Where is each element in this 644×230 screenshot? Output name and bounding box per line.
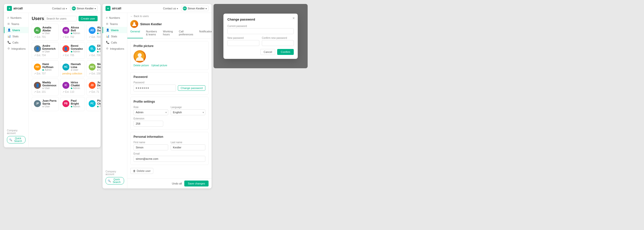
user-card-juan[interactable]: JP Juan Parra Sarria User (32, 97, 59, 111)
user-card-idriss[interactable]: IC Idriss Chakki Admin ↗ Ext. 110 (60, 79, 85, 95)
user-card-paul[interactable]: PB Paul Bright Admin (60, 97, 85, 111)
user-card-header: AD Alphie Dupont Admin (89, 26, 100, 35)
modal-cancel-btn[interactable]: Cancel (260, 49, 275, 55)
user-card-andre[interactable]: 👤 Andre Emmerich User ↗ Ext. 704 (32, 42, 59, 59)
tab-notifications[interactable]: Notifications (196, 28, 212, 38)
modal-actions: Cancel Confirm (228, 49, 294, 55)
name-row: First name Last name (134, 141, 205, 150)
user-badge-1[interactable]: SK Simon Kestler (70, 6, 98, 11)
user-badge-2[interactable]: SK Simon Kestler (181, 6, 208, 11)
extension-input[interactable] (134, 121, 163, 127)
contact-us-btn-2[interactable]: Contact us (163, 7, 178, 10)
avatar: 👤 (62, 45, 69, 52)
profile-pic-actions: Delete picture Upload picture (134, 64, 167, 67)
logo-area-1: a aircall (7, 6, 23, 11)
user-card-pierre[interactable]: PC Pierre Charles Admin (86, 97, 100, 111)
last-name-input[interactable] (171, 144, 205, 150)
user-card-maddy[interactable]: 👤 Maddy Gestenoux User ↗ Ext. 101 (32, 79, 59, 95)
sidebar-item-calls-1[interactable]: 📞 Calls (4, 39, 28, 45)
user-info: Idriss Chakki Admin (71, 81, 83, 89)
tab-numbers-teams[interactable]: Numbers & teams (143, 28, 160, 38)
search-input-users[interactable] (44, 16, 76, 21)
sidebar-1: # Numbers ⊞ Teams 👤 Users 📊 Stats 📞 Call… (4, 13, 29, 147)
top-nav-1: a aircall Contact us SK Simon Kestler (4, 4, 100, 13)
save-changes-btn[interactable]: Save changes (184, 181, 208, 187)
user-info: Alphie Dupont Admin (97, 26, 100, 35)
sidebar-item-calls-2[interactable]: 📞 Calls (102, 39, 127, 45)
profile-avatar-img (134, 50, 146, 63)
password-row: Change password (134, 85, 205, 91)
sidebar-item-stats-1[interactable]: 📊 Stats (4, 33, 28, 39)
sidebar-item-teams-1[interactable]: ⊞ Teams (4, 21, 28, 27)
profile-tabs: General Numbers & teams Working hours Ca… (127, 28, 212, 38)
numbers-icon-2: # (106, 16, 108, 19)
first-name-input[interactable] (134, 144, 168, 150)
user-role: Admin (97, 105, 100, 108)
sidebar-item-teams-2[interactable]: ⊞ Teams (102, 21, 127, 27)
top-nav-2: a aircall Contact us SK Simon Kestler (102, 4, 212, 13)
delete-user-btn[interactable]: 🗑 Delete user (130, 168, 153, 174)
sidebar-item-numbers-2[interactable]: # Numbers (102, 15, 127, 21)
role-select-wrapper: Admin User (134, 109, 168, 115)
modal-close-btn[interactable]: × (292, 16, 295, 20)
email-input[interactable] (134, 156, 205, 162)
role-select[interactable]: Admin User (134, 109, 168, 115)
undo-all-btn[interactable]: Undo all (172, 182, 182, 185)
avatar: AB (62, 27, 69, 34)
current-password-input[interactable] (228, 28, 294, 34)
new-password-input[interactable] (228, 40, 259, 46)
sidebar-item-integrations-1[interactable]: ⚙ Integrations (4, 45, 28, 52)
password-section: Password Password Change password (130, 72, 208, 95)
language-label: Language (171, 106, 205, 109)
tab-call-preferences[interactable]: Call preferences (176, 28, 196, 38)
chevron-down-icon-2 (177, 7, 178, 10)
user-card-maury[interactable]: MG Maury Gomez User ↗ Ext. 158 (86, 60, 100, 77)
user-ext: ↗ Ext. 706 (89, 54, 100, 57)
tab-general[interactable]: General (127, 28, 143, 38)
user-name: Maddy Gestenoux (42, 81, 56, 87)
user-name: Idriss Chakki (71, 81, 83, 87)
user-info: Juan Parra Sarria User (42, 99, 56, 108)
user-name: Maury Gomez (97, 63, 100, 68)
tab-working-hours[interactable]: Working hours (160, 28, 176, 38)
quick-search-btn-1[interactable]: 🔍 Quick Search (7, 136, 26, 143)
user-ext: ↗ Ext. 158 (89, 72, 100, 75)
create-user-btn[interactable]: Create user (78, 16, 98, 21)
user-card-header: 👤 Andre Emmerich User (34, 44, 56, 53)
user-card-julia[interactable]: JD Julia Delgado User ↗ Ext. 71 (86, 79, 100, 95)
user-card-benni[interactable]: 👤 Benni Gonzalez Admin ↗ Ext. 705 (60, 42, 85, 59)
sidebar-item-users-2[interactable]: 👤 Users (102, 27, 127, 33)
app-body-2: # Numbers ⊞ Teams 👤 Users 📊 Stats 📞 Call… (102, 13, 212, 189)
user-card-alissa[interactable]: AB Alissa Bell Admin ↗ Ext. 702 (60, 24, 85, 40)
sidebar-item-label: Users (111, 29, 119, 32)
user-card-hannah[interactable]: HC Hannah Lima User pending collection (60, 60, 85, 77)
user-name: Alissa Bell (71, 26, 83, 32)
user-role: User (97, 87, 100, 89)
current-password-label: Current password (228, 25, 294, 27)
user-ext: ↗ Ext. 110 (62, 90, 83, 93)
upload-picture-btn[interactable]: Upload picture (151, 64, 167, 67)
user-card-hami[interactable]: HH Hami Hoffman Admin ↗ Ext. 707 (32, 60, 59, 77)
change-password-btn[interactable]: Change password (178, 85, 205, 91)
sidebar-item-numbers-1[interactable]: # Numbers (4, 15, 28, 21)
modal-confirm-btn[interactable]: Confirm (277, 49, 294, 55)
section-title-personal-info: Personal information (134, 135, 205, 139)
back-to-users-link[interactable]: Back to users (127, 13, 212, 18)
user-role: Admin (97, 50, 100, 53)
user-card-elliott[interactable]: EL Elliott Longworth Admin ↗ Ext. 706 (86, 42, 100, 59)
language-select[interactable]: English (171, 109, 205, 115)
user-card-alphie[interactable]: AD Alphie Dupont Admin ↗ Ext. 703 (86, 24, 100, 40)
sidebar-item-users-1[interactable]: 👤 Users (4, 27, 28, 33)
quick-search-btn-2[interactable]: 🔍 Quick Search (106, 177, 124, 185)
change-password-panel-wrapper: Change password × Current password New p… (214, 4, 308, 68)
tab-general-content: Profile picture Delete picture (127, 38, 212, 178)
user-card-amalia[interactable]: AL Amalia Abebe User ↗ Ext. 701 (32, 24, 59, 40)
password-input[interactable] (134, 85, 176, 91)
sidebar-item-integrations-2[interactable]: ⚙ Integrations (102, 45, 127, 52)
sidebar-item-stats-2[interactable]: 📊 Stats (102, 33, 127, 39)
user-role: User (42, 105, 56, 108)
contact-us-btn-1[interactable]: Contact us (52, 7, 67, 10)
teams-icon-2: ⊞ (106, 22, 108, 25)
confirm-password-input[interactable] (262, 40, 294, 46)
delete-picture-btn[interactable]: Delete picture (134, 64, 149, 67)
